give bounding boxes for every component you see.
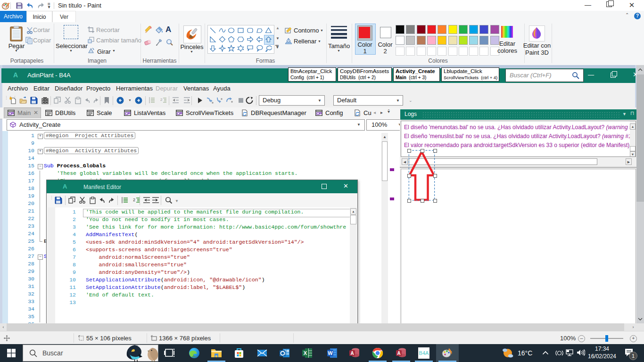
- svg-text:2: 2: [160, 98, 163, 102]
- svg-text:B4A: B4A: [419, 350, 429, 356]
- svg-text:2: 2: [133, 197, 135, 202]
- svg-text:A: A: [350, 351, 354, 356]
- svg-text:W: W: [328, 350, 333, 356]
- svg-text:A: A: [397, 351, 400, 356]
- svg-text:X: X: [304, 350, 307, 356]
